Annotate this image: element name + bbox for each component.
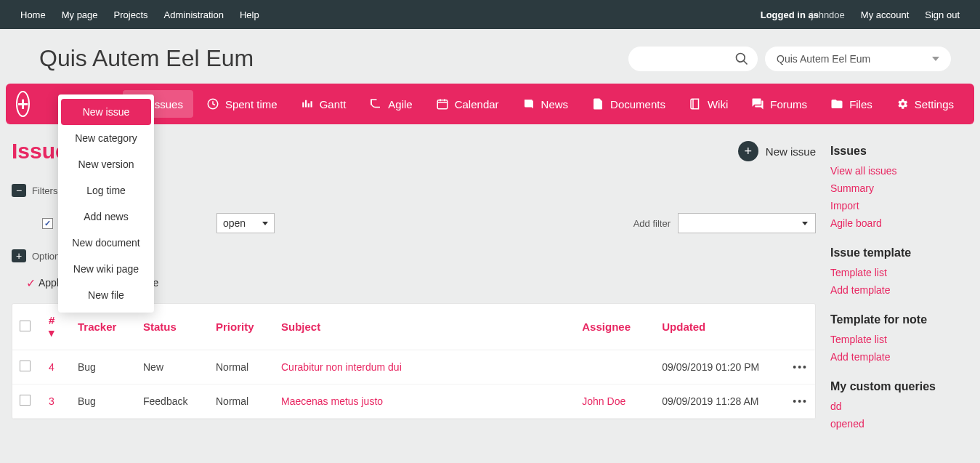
nav-files[interactable]: Files: [820, 90, 883, 118]
new-object-button[interactable]: +: [16, 91, 30, 117]
dd-new-version[interactable]: New version: [58, 151, 154, 177]
new-object-dropdown: New issue New category New version Log t…: [58, 94, 154, 313]
filters-row: open Add filter: [42, 213, 816, 233]
search-input[interactable]: [639, 53, 748, 64]
nav-agile[interactable]: Agile: [359, 90, 422, 118]
side-note-add-template[interactable]: Add template: [830, 351, 968, 363]
project-title: Quis Autem Eel Eum: [39, 45, 254, 72]
issue-subject[interactable]: Curabitur non interdum dui: [281, 361, 402, 373]
issue-assignee[interactable]: John Doe: [582, 395, 625, 407]
cell-priority: Normal: [208, 350, 274, 385]
nav-news-label: News: [541, 98, 569, 110]
nav-forums[interactable]: Forums: [741, 90, 817, 118]
nav-wiki[interactable]: Wiki: [679, 90, 738, 118]
nav-news[interactable]: News: [512, 90, 579, 118]
add-filter-select[interactable]: [678, 213, 816, 233]
table-row[interactable]: 3 Bug Feedback Normal Maecenas metus jus…: [12, 385, 815, 419]
th-updated[interactable]: Updated: [655, 304, 785, 350]
nav-documents[interactable]: Documents: [581, 90, 676, 118]
side-query-opened[interactable]: opened: [830, 418, 968, 430]
side-import[interactable]: Import: [830, 200, 968, 212]
logged-in-label: Logged in as: [761, 9, 819, 20]
row-actions[interactable]: •••: [785, 385, 815, 419]
cell-updated: 09/09/2019 01:20 PM: [655, 350, 785, 385]
minus-icon: −: [12, 184, 26, 197]
topbar-projects[interactable]: Projects: [114, 9, 148, 20]
nav-gantt[interactable]: Gantt: [291, 90, 357, 118]
issue-subject[interactable]: Maecenas metus justo: [281, 395, 383, 407]
side-summary[interactable]: Summary: [830, 182, 968, 194]
dd-new-file[interactable]: New file: [58, 282, 154, 308]
logged-in-user[interactable]: johndoe: [811, 9, 845, 20]
svg-rect-3: [302, 102, 304, 108]
side-template-list[interactable]: Template list: [830, 267, 968, 278]
row-actions[interactable]: •••: [785, 350, 815, 385]
topbar-help[interactable]: Help: [240, 9, 259, 20]
nav-calendar-label: Calendar: [455, 98, 499, 110]
topbar-left: Home My page Projects Administration Hel…: [20, 9, 259, 20]
agile-icon: [369, 97, 382, 110]
sidebar-template-note-block: Template for note Template list Add temp…: [830, 313, 968, 363]
svg-rect-5: [307, 103, 309, 107]
sidebar-issue-template-title: Issue template: [830, 246, 968, 259]
nav-agile-label: Agile: [388, 98, 412, 110]
topbar-admin[interactable]: Administration: [164, 9, 224, 20]
filters-label: Filters: [32, 185, 57, 196]
status-filter-checkbox[interactable]: [42, 218, 53, 229]
new-issue-button[interactable]: + New issue: [738, 141, 816, 161]
nav-forums-label: Forums: [770, 98, 807, 110]
issue-id[interactable]: 3: [49, 395, 54, 407]
status-filter-select[interactable]: open: [216, 213, 275, 233]
dd-log-time[interactable]: Log time: [58, 177, 154, 204]
search-icon[interactable]: [734, 52, 749, 68]
svg-point-0: [737, 53, 745, 62]
cell-status: New: [136, 350, 208, 385]
main-nav: + New issue New category New version Log…: [6, 84, 974, 124]
issues-table: # ▾ Tracker Status Priority Subject Assi…: [12, 303, 816, 419]
side-note-template-list[interactable]: Template list: [830, 334, 968, 345]
th-priority[interactable]: Priority: [208, 304, 274, 350]
row-checkbox[interactable]: [20, 361, 31, 371]
add-filter-label: Add filter: [633, 218, 671, 229]
gear-icon: [896, 97, 909, 110]
nav-settings[interactable]: Settings: [886, 90, 964, 118]
side-view-all[interactable]: View all issues: [830, 165, 968, 177]
topbar-home[interactable]: Home: [20, 9, 46, 20]
sidebar-issue-template-block: Issue template Template list Add templat…: [830, 246, 968, 296]
table-row[interactable]: 4 Bug New Normal Curabitur non interdum …: [12, 350, 815, 385]
topbar: Home My page Projects Administration Hel…: [0, 0, 980, 29]
sidebar-custom-title: My custom queries: [830, 380, 968, 393]
cell-tracker: Bug: [70, 350, 136, 385]
dd-new-issue[interactable]: New issue: [61, 99, 151, 125]
row-checkbox[interactable]: [20, 395, 31, 406]
svg-rect-4: [305, 100, 307, 108]
project-jump-select[interactable]: Quis Autem Eel Eum: [765, 47, 951, 71]
sidebar: Issues View all issues Summary Import Ag…: [830, 139, 968, 447]
topbar-mypage[interactable]: My page: [62, 9, 98, 20]
files-icon: [830, 97, 843, 110]
nav-spent-time[interactable]: Spent time: [196, 90, 288, 118]
search-box[interactable]: [628, 47, 758, 71]
issue-id[interactable]: 4: [49, 361, 54, 373]
th-subject[interactable]: Subject: [274, 304, 575, 350]
th-checkbox[interactable]: [12, 304, 41, 350]
side-agile[interactable]: Agile board: [830, 217, 968, 229]
nav-gantt-label: Gantt: [320, 98, 347, 110]
topbar-signout[interactable]: Sign out: [925, 9, 960, 20]
cell-status: Feedback: [136, 385, 208, 419]
dd-new-category[interactable]: New category: [58, 125, 154, 151]
clock-icon: [206, 97, 219, 110]
header-controls: Quis Autem Eel Eum: [628, 47, 951, 71]
svg-line-1: [744, 60, 748, 64]
dd-new-wiki[interactable]: New wiki page: [58, 256, 154, 282]
nav-settings-label: Settings: [915, 98, 954, 110]
topbar-myaccount[interactable]: My account: [861, 9, 909, 20]
side-query-dd[interactable]: dd: [830, 400, 968, 412]
side-add-template[interactable]: Add template: [830, 284, 968, 296]
chevron-down-icon: [802, 222, 808, 225]
dd-new-document[interactable]: New document: [58, 230, 154, 256]
dd-add-news[interactable]: Add news: [58, 204, 154, 230]
th-assignee[interactable]: Assignee: [575, 304, 655, 350]
nav-documents-label: Documents: [610, 98, 665, 110]
nav-calendar[interactable]: Calendar: [426, 90, 509, 118]
